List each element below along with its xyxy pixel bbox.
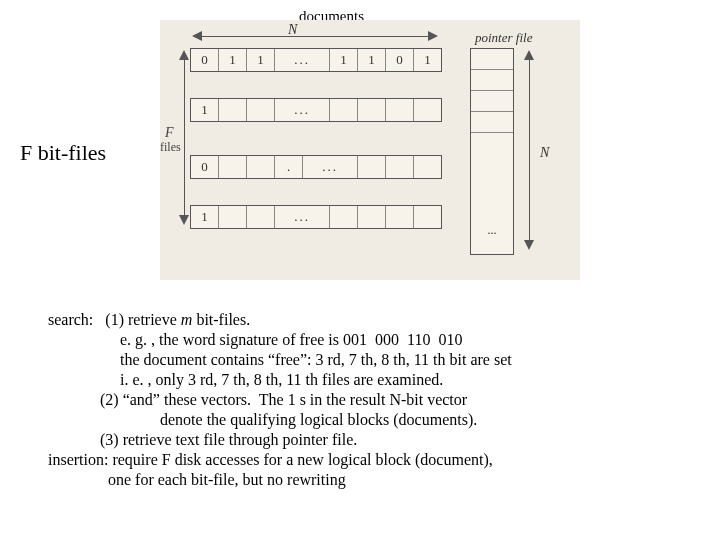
bit-cell: [386, 156, 414, 178]
step1-a: (1) retrieve: [105, 311, 181, 328]
bit-cell: 1: [191, 99, 219, 121]
f-label: F: [165, 125, 174, 141]
f-height-arrow: [180, 50, 190, 225]
bit-cell: [358, 156, 386, 178]
n-right-label: N: [540, 145, 549, 161]
search-label: search:: [48, 311, 93, 328]
bit-cell: [386, 99, 414, 121]
bit-cell: .: [275, 156, 303, 178]
bit-cell: [414, 156, 441, 178]
bit-cell: [386, 206, 414, 228]
bit-cell: 1: [247, 49, 275, 71]
files-label: files: [160, 140, 181, 155]
bit-cell: 0: [191, 49, 219, 71]
bit-cell: 1: [330, 49, 358, 71]
pointer-file-box: ...: [470, 48, 514, 255]
insertion-label: insertion:: [48, 451, 108, 468]
bit-cell: [219, 156, 247, 178]
bit-cell: 1: [191, 206, 219, 228]
bit-cell: [358, 99, 386, 121]
bit-cell: 1: [414, 49, 441, 71]
pointer-file-label: pointer file: [475, 30, 532, 46]
bit-row-2: 1 ...: [190, 98, 442, 122]
eg-line: e. g. , the word signature of free is 00…: [120, 331, 462, 348]
bit-cell: [358, 206, 386, 228]
n-height-arrow: [525, 50, 535, 250]
n-width-arrow: [190, 32, 440, 42]
step2b-line: denote the qualifying logical blocks (do…: [160, 411, 477, 428]
bit-cell: [247, 206, 275, 228]
ie-line: i. e. , only 3 rd, 7 th, 8 th, 11 th fil…: [120, 371, 443, 388]
insertion-b: one for each bit-file, but no rewriting: [108, 471, 346, 488]
f-bit-files-heading: F bit-files: [20, 140, 106, 166]
bit-cell: [219, 206, 247, 228]
bitfile-diagram: N F files 0 1 1 ... 1 1 0 1 1 ... 0 . ..…: [160, 20, 580, 280]
bit-cell-ellipsis: ...: [303, 156, 358, 178]
bit-cell: 0: [386, 49, 414, 71]
step3-line: (3) retrieve text file through pointer f…: [100, 431, 357, 448]
bit-cell-ellipsis: ...: [275, 206, 330, 228]
bit-cell: 1: [219, 49, 247, 71]
insertion-a: require F disk accesses for a new logica…: [108, 451, 492, 468]
bit-row-1: 0 1 1 ... 1 1 0 1: [190, 48, 442, 72]
bit-cell: 1: [358, 49, 386, 71]
step2a-line: (2) “and” these vectors. The 1 s in the …: [100, 391, 467, 408]
bit-cell: [219, 99, 247, 121]
bit-cell: [247, 156, 275, 178]
step1-b: bit-files.: [192, 311, 250, 328]
bit-cell: [414, 206, 441, 228]
bit-cell-ellipsis: ...: [275, 49, 330, 71]
bit-row-3: 0 . ...: [190, 155, 442, 179]
bit-row-4: 1 ...: [190, 205, 442, 229]
bit-cell: 0: [191, 156, 219, 178]
bit-cell: [330, 206, 358, 228]
step1-m: m: [181, 311, 193, 328]
bit-cell-ellipsis: ...: [275, 99, 330, 121]
bit-cell: [247, 99, 275, 121]
bit-cell: [414, 99, 441, 121]
pointer-ellipsis: ...: [471, 223, 513, 237]
bit-cell: [330, 99, 358, 121]
doc-contains-line: the document contains “free”: 3 rd, 7 th…: [120, 351, 512, 368]
description-text: search: (1) retrieve m bit-files. e. g. …: [48, 310, 700, 490]
